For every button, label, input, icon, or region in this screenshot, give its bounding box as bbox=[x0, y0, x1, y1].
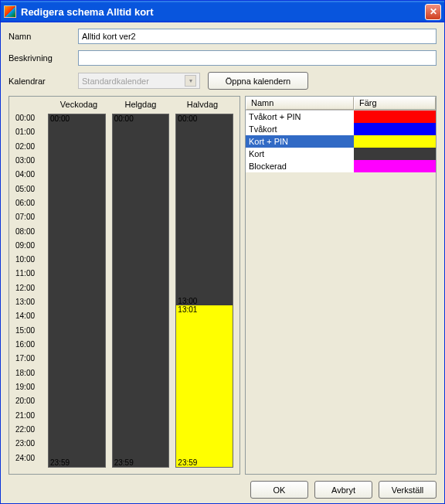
block-start-label: 13:01 bbox=[178, 305, 197, 314]
hour-label: 03:00 bbox=[15, 156, 48, 170]
legend-row-color bbox=[354, 123, 436, 135]
titlebar[interactable]: Redigera schema Alltid kort ✕ bbox=[1, 1, 444, 22]
day-column[interactable]: 00:0013:0013:0123:59 bbox=[175, 114, 233, 468]
name-input[interactable] bbox=[78, 29, 437, 44]
hour-label: 18:00 bbox=[15, 369, 48, 383]
hour-label: 09:00 bbox=[15, 241, 48, 255]
block-end-label: 13:00 bbox=[178, 297, 197, 305]
legend-row-color bbox=[354, 148, 436, 160]
hour-label: 02:00 bbox=[15, 142, 48, 156]
legend-row-name: Kort bbox=[246, 148, 354, 160]
block-start-label: 00:00 bbox=[114, 114, 134, 123]
hour-label: 13:00 bbox=[15, 298, 48, 312]
calendar-combo-text: Standardkalender bbox=[82, 77, 149, 86]
hour-label: 07:00 bbox=[15, 213, 48, 226]
block-end-label: 23:59 bbox=[114, 458, 134, 467]
description-label: Beskrivning bbox=[8, 53, 78, 63]
schedule-block[interactable]: 00:0023:59 bbox=[113, 114, 169, 467]
block-end-label: 23:59 bbox=[178, 458, 197, 467]
close-icon[interactable]: ✕ bbox=[425, 4, 441, 20]
hour-label: 10:00 bbox=[15, 255, 48, 269]
legend-row[interactable]: Tvåkort + PIN bbox=[246, 111, 436, 123]
legend-row-name: Blockerad bbox=[246, 160, 354, 172]
calendar-combo: Standardkalender ▾ bbox=[78, 73, 200, 89]
schedule-block[interactable]: 00:0023:59 bbox=[49, 114, 105, 467]
description-input[interactable] bbox=[78, 50, 437, 66]
legend-row-color bbox=[354, 135, 436, 148]
hour-label: 08:00 bbox=[15, 227, 48, 241]
legend-row[interactable]: Blockerad bbox=[246, 160, 436, 172]
button-bar: OK Avbryt Verkställ bbox=[8, 475, 437, 499]
ok-button[interactable]: OK bbox=[250, 481, 308, 499]
block-start-label: 00:00 bbox=[178, 114, 197, 123]
hour-label: 22:00 bbox=[15, 425, 48, 439]
day-column[interactable]: 00:0023:59 bbox=[112, 114, 170, 468]
schedule-block[interactable]: 13:0123:59 bbox=[176, 305, 233, 467]
day-column[interactable]: 00:0023:59 bbox=[48, 114, 106, 468]
schedule-column-header: Helgdag bbox=[110, 100, 172, 109]
hour-scale: 00:0001:0002:0003:0004:0005:0006:0007:00… bbox=[15, 114, 48, 468]
legend-row-name: Kort + PIN bbox=[246, 135, 354, 148]
legend-head-name: Namn bbox=[246, 97, 354, 110]
legend-row-name: Tvåkort + PIN bbox=[246, 111, 354, 123]
hour-label: 12:00 bbox=[15, 284, 48, 298]
name-label: Namn bbox=[8, 32, 78, 41]
hour-label: 23:00 bbox=[15, 439, 48, 453]
hour-label: 04:00 bbox=[15, 170, 48, 184]
hour-label: 20:00 bbox=[15, 397, 48, 410]
hour-label: 14:00 bbox=[15, 312, 48, 325]
hour-label: 19:00 bbox=[15, 383, 48, 397]
calendar-label: Kalendrar bbox=[8, 77, 78, 86]
hour-label: 01:00 bbox=[15, 128, 48, 141]
hour-label: 05:00 bbox=[15, 185, 48, 199]
cancel-button[interactable]: Avbryt bbox=[314, 481, 372, 499]
hour-label: 15:00 bbox=[15, 326, 48, 340]
schedule-panel: VeckodagHelgdagHalvdag 00:0001:0002:0003… bbox=[8, 96, 240, 475]
legend-row-name: Tvåkort bbox=[246, 123, 354, 135]
legend-header: Namn Färg bbox=[246, 97, 436, 111]
legend-head-color: Färg bbox=[354, 97, 436, 110]
schedule-block[interactable]: 00:0013:00 bbox=[176, 114, 233, 305]
schedule-column-header: Halvdag bbox=[172, 100, 233, 109]
hour-label: 24:00 bbox=[15, 454, 48, 468]
hour-label: 00:00 bbox=[15, 114, 48, 128]
hour-label: 21:00 bbox=[15, 411, 48, 425]
open-calendar-button[interactable]: Öppna kalendern bbox=[208, 72, 308, 90]
legend-row-color bbox=[354, 111, 436, 123]
schedule-column-header: Veckodag bbox=[48, 100, 110, 109]
hour-label: 11:00 bbox=[15, 269, 48, 283]
hour-label: 17:00 bbox=[15, 354, 48, 368]
legend-row[interactable]: Kort bbox=[246, 148, 436, 160]
dialog-window: Redigera schema Alltid kort ✕ Namn Beskr… bbox=[0, 0, 445, 504]
block-start-label: 00:00 bbox=[50, 114, 70, 123]
legend-row[interactable]: Kort + PIN bbox=[246, 135, 436, 148]
legend-row-color bbox=[354, 160, 436, 172]
client-area: Namn Beskrivning Kalendrar Standardkalen… bbox=[1, 22, 444, 503]
chevron-down-icon: ▾ bbox=[185, 75, 196, 87]
legend-panel: Namn Färg Tvåkort + PINTvåkortKort + PIN… bbox=[245, 96, 437, 475]
hour-label: 06:00 bbox=[15, 199, 48, 213]
window-title: Redigera schema Alltid kort bbox=[21, 6, 425, 18]
hour-label: 16:00 bbox=[15, 340, 48, 354]
legend-row[interactable]: Tvåkort bbox=[246, 123, 436, 135]
apply-button[interactable]: Verkställ bbox=[379, 481, 437, 499]
app-icon bbox=[4, 5, 16, 18]
block-end-label: 23:59 bbox=[50, 458, 70, 467]
